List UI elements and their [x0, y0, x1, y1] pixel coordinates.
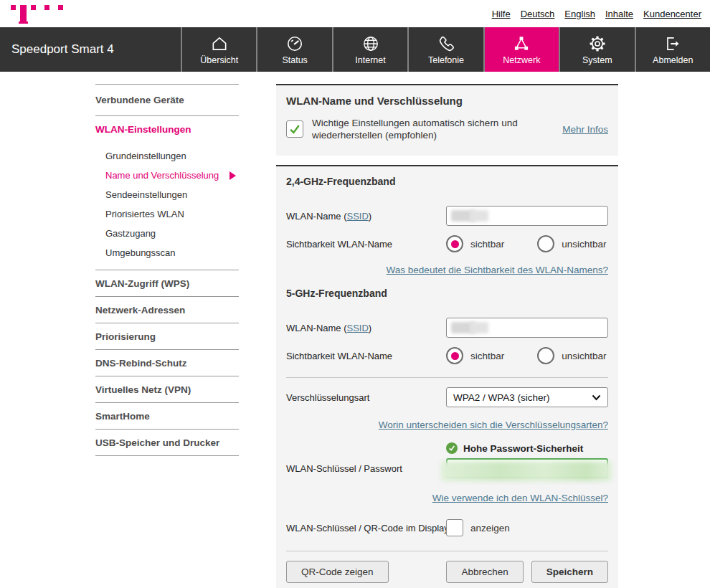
sidebar-subgroup: Grundeinstellungen Name und Verschlüssel…: [95, 142, 239, 270]
encryption-help-link[interactable]: Worin unterscheiden sich die Verschlüsse…: [379, 419, 608, 430]
radio-invisible-label-2g: unsichtbar: [562, 239, 606, 250]
tab-label: Abmelden: [653, 55, 693, 65]
section-header: WLAN-Name und Verschlüsselung Wichtige E…: [276, 84, 618, 156]
sidebar: Verbundene Geräte WLAN-Einstellungen Gru…: [95, 84, 239, 456]
sidebar-item-name-und-verschluesselung[interactable]: Name und Verschlüsselung: [95, 166, 239, 185]
ssid-link[interactable]: SSID: [347, 211, 369, 222]
phone-icon: [437, 34, 455, 53]
radio-selected-dot: [451, 352, 459, 360]
radio-selected-dot: [451, 240, 459, 248]
sidebar-item-umgebungsscan[interactable]: Umgebungsscan: [95, 243, 239, 262]
checkmark-icon: [288, 123, 301, 136]
encryption-selected-value: WPA2 / WPA3 (sicher): [453, 392, 550, 403]
qr-code-button[interactable]: QR-Code zeigen: [286, 561, 389, 583]
backup-checkbox[interactable]: [286, 120, 303, 138]
wlan-name-input-2g[interactable]: [446, 206, 608, 226]
redacted-password-blur: [441, 461, 612, 481]
sidebar-item-sendeeinstellungen[interactable]: Sendeeinstellungen: [95, 185, 239, 204]
radio-visible-5g[interactable]: [446, 347, 463, 364]
link-deutsch[interactable]: Deutsch: [521, 9, 555, 19]
link-inhalte[interactable]: Inhalte: [605, 9, 633, 19]
radio-visible-2g[interactable]: [446, 235, 463, 252]
radio-visible-label-5g: sichtbar: [470, 351, 504, 361]
qr-display-checkbox[interactable]: [446, 519, 463, 536]
visibility-help-link[interactable]: Was bedeutet die Sichtbarkeit des WLAN-N…: [387, 265, 608, 275]
wlan-name-label-5g: WLAN-Name (SSID): [286, 323, 446, 333]
ssid-link[interactable]: SSID: [347, 323, 369, 333]
tab-system[interactable]: System: [559, 27, 634, 72]
cancel-button[interactable]: Abbrechen: [446, 561, 523, 583]
sidebar-item-netzwerk-adressen[interactable]: Netzwerk-Adressen: [95, 297, 239, 323]
divider: [286, 377, 608, 378]
heading-5ghz: 5-GHz-Frequenzband: [286, 288, 608, 299]
logo-dot: [11, 5, 16, 10]
tab-uebersicht[interactable]: Übersicht: [181, 27, 256, 72]
password-label: WLAN-Schlüssel / Passwort: [286, 463, 446, 474]
logo-dot: [31, 5, 36, 10]
gear-icon: [588, 34, 607, 53]
tab-abmelden[interactable]: Abmelden: [635, 27, 710, 72]
password-strength-text: Hohe Passwort-Sicherheit: [463, 443, 583, 454]
link-hilfe[interactable]: Hilfe: [492, 9, 511, 19]
sidebar-item-wlan-zugriff-wps[interactable]: WLAN-Zugriff (WPS): [95, 270, 239, 296]
top-links: Hilfe Deutsch English Inhalte Kundencent…: [492, 9, 701, 19]
sidebar-item-verbundene-geraete[interactable]: Verbundene Geräte: [95, 85, 239, 115]
redacted-value-blur: [470, 210, 488, 222]
wlan-name-input-5g[interactable]: [446, 318, 608, 338]
sidebar-item-grundeinstellungen[interactable]: Grundeinstellungen: [95, 146, 239, 166]
logout-icon: [663, 34, 682, 53]
tab-status[interactable]: Status: [256, 27, 331, 72]
top-utility-bar: Hilfe Deutsch English Inhalte Kundencent…: [0, 0, 710, 27]
visibility-label-5g: Sichtbarkeit WLAN-Name: [286, 351, 446, 361]
logo-dot: [58, 5, 63, 10]
tab-label: Telefonie: [428, 55, 464, 65]
page-title: WLAN-Name und Verschlüsselung: [286, 95, 608, 107]
tab-label: System: [582, 55, 612, 65]
sidebar-item-gastzugang[interactable]: Gastzugang: [95, 224, 239, 243]
encryption-label: Verschlüsselungsart: [286, 392, 446, 403]
radio-invisible-5g[interactable]: [537, 347, 554, 364]
logo-dot: [44, 5, 49, 10]
radio-invisible-2g[interactable]: [537, 235, 554, 252]
telekom-logo: [11, 5, 63, 24]
radio-invisible-label-5g: unsichtbar: [562, 351, 606, 361]
tab-label: Status: [282, 55, 307, 65]
main-nav: Speedport Smart 4 Übersicht Status Inter…: [0, 27, 710, 72]
home-icon: [210, 34, 229, 53]
heading-24ghz: 2,4-GHz-Frequenzband: [286, 176, 608, 187]
network-icon: [512, 34, 531, 53]
backup-checkbox-label: Wichtige Einstellungen automatisch siche…: [312, 117, 545, 141]
active-item-arrow-icon: [229, 171, 236, 180]
check-circle-icon: [446, 442, 458, 454]
sidebar-item-priorisiertes-wlan[interactable]: Priorisiertes WLAN: [95, 204, 239, 224]
tab-internet[interactable]: Internet: [332, 27, 407, 72]
visibility-label-2g: Sichtbarkeit WLAN-Name: [286, 239, 446, 250]
tab-label: Internet: [355, 55, 385, 65]
sidebar-item-priorisierung[interactable]: Priorisierung: [95, 323, 239, 349]
more-info-link[interactable]: Mehr Infos: [562, 124, 608, 135]
tab-label: Netzwerk: [503, 55, 540, 65]
sidebar-item-smarthome[interactable]: SmartHome: [95, 403, 239, 429]
sidebar-item-dns-rebind-schutz[interactable]: DNS-Rebind-Schutz: [95, 350, 239, 376]
link-english[interactable]: English: [564, 9, 595, 19]
wlan-password-input[interactable]: [446, 458, 608, 478]
tab-label: Übersicht: [200, 55, 238, 65]
section-wlan-form: 2,4-GHz-Frequenzband WLAN-Name (SSID) Si…: [276, 165, 618, 588]
divider: [95, 455, 239, 456]
password-help-link[interactable]: Wie verwende ich den WLAN-Schlüssel?: [432, 493, 608, 503]
sidebar-item-usb-speicher-und-drucker[interactable]: USB-Speicher und Drucker: [95, 430, 239, 455]
encryption-select[interactable]: WPA2 / WPA3 (sicher): [446, 387, 608, 407]
logo-t: [19, 5, 28, 24]
sidebar-item-virtuelles-netz-vpn[interactable]: Virtuelles Netz (VPN): [95, 376, 239, 402]
radio-visible-label-2g: sichtbar: [470, 239, 504, 250]
tab-netzwerk[interactable]: Netzwerk: [483, 27, 559, 72]
device-title: Speedport Smart 4: [0, 27, 181, 72]
sidebar-item-wlan-einstellungen[interactable]: WLAN-Einstellungen: [95, 116, 239, 142]
wlan-name-label-2g: WLAN-Name (SSID): [286, 211, 446, 222]
tab-telefonie[interactable]: Telefonie: [407, 27, 483, 72]
link-kundencenter[interactable]: Kundencenter: [643, 9, 701, 19]
speedometer-icon: [285, 34, 304, 53]
main-panel: WLAN-Name und Verschlüsselung Wichtige E…: [276, 84, 618, 588]
save-button[interactable]: Speichern: [531, 561, 608, 583]
qr-display-label: WLAN-Schlüssel / QR-Code im Display: [286, 523, 446, 534]
